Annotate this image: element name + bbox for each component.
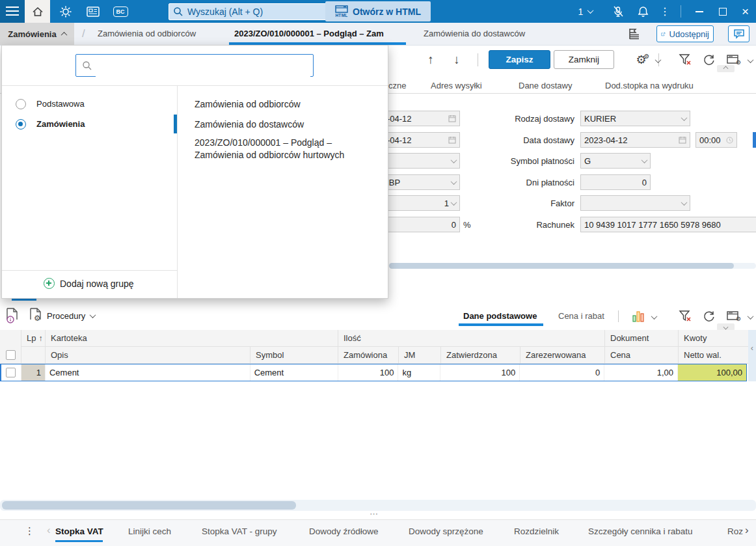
procedures-button[interactable]: ⚙ [29, 307, 43, 324]
layout-dropdown-chevron[interactable] [746, 314, 755, 320]
account-field[interactable]: 10 9439 1017 1777 1650 5978 9680 [580, 217, 756, 232]
microphone-muted-button[interactable] [606, 0, 630, 23]
column-header-kwoty[interactable]: Kwoty [679, 330, 748, 347]
settings-dropdown-chevron[interactable] [653, 57, 662, 64]
document-info-button[interactable] [5, 307, 20, 324]
refresh-button[interactable] [700, 51, 717, 68]
delivery-type-select[interactable]: KURIER [580, 111, 690, 126]
open-in-html-button[interactable]: HTML Otwórz w HTML [325, 1, 431, 21]
menu-item-zamowienia-do-dostawcow[interactable]: Zamówienia do dostawców [195, 118, 378, 131]
grid-tab-cena-i-rabat[interactable]: Cena i rabat [558, 308, 604, 323]
layout-dropdown-chevron[interactable] [746, 57, 755, 64]
column-header-symbol[interactable]: Symbol [250, 347, 338, 364]
hamburger-menu-button[interactable] [0, 0, 25, 23]
settings-button[interactable]: ⚙ ⚙ [634, 51, 652, 68]
maximize-button[interactable] [712, 0, 733, 23]
search-input[interactable] [169, 3, 347, 20]
delivery-time-field[interactable]: 00:00 [695, 132, 737, 148]
chevron-down-icon [747, 313, 753, 320]
move-up-button[interactable]: ↑ [423, 52, 439, 68]
add-group-button[interactable]: Dodaj nową grupę [44, 278, 134, 289]
row-checkbox[interactable] [6, 368, 16, 377]
column-header-ilosc[interactable]: Ilość [338, 330, 605, 347]
notifications-button[interactable] [631, 0, 655, 23]
tab-zamowienia-do-dostawcow[interactable]: Zamówienia do dostawców [424, 23, 525, 44]
minimize-button[interactable] [688, 0, 710, 23]
clear-filter-button[interactable] [677, 51, 694, 68]
form-hscroll-thumb[interactable] [389, 263, 734, 269]
column-header-jm[interactable]: JM [399, 347, 441, 364]
bottom-tab-rozdzielnik[interactable]: Rozdzielnik [514, 520, 559, 542]
chart-dropdown-chevron[interactable] [649, 314, 658, 320]
scroll-tabs-left-button[interactable]: ‹ [47, 524, 51, 537]
payment-symbol-select[interactable]: G [580, 153, 651, 169]
table-row[interactable]: 1 Cement Cement 100 kg 100 0 1,00 100,00 [0, 364, 747, 381]
bottom-tab-stopka-vat-grupy[interactable]: Stopka VAT - grupy [202, 520, 277, 542]
column-header-zamowiona[interactable]: Zamówiona [338, 347, 399, 364]
close-document-button[interactable]: Zamknij [554, 50, 614, 69]
layout-settings-button[interactable]: ⚙ [725, 308, 743, 325]
grid-tab-dane-podstawowe[interactable]: Dane podstawowe [463, 308, 537, 323]
tab-document-preview[interactable]: 2023/ZO/010/000001 – Podgląd – Zam [234, 23, 405, 44]
delivery-date-field[interactable]: 2023-04-12 [580, 132, 690, 148]
row-number-cell: 1 [21, 364, 46, 381]
close-window-button[interactable]: × [735, 0, 756, 23]
news-button[interactable] [81, 0, 105, 23]
form-tab-dane-dostawy[interactable]: Dane dostawy [519, 78, 572, 92]
splitter-handle[interactable]: ⋯ [370, 511, 378, 517]
menu-item-document-preview[interactable]: 2023/ZO/010/000001 – Podgląd – Zamówieni… [195, 137, 378, 161]
tab-count-dropdown[interactable]: 1 [573, 0, 599, 23]
payment-days-label: Dni płatności [496, 178, 574, 187]
refresh-icon [702, 53, 716, 67]
panel-search-input[interactable] [96, 55, 310, 77]
column-header-lp[interactable]: Lp ↑ [21, 330, 46, 347]
column-header-zarezerwowana[interactable]: Zarezerwowana [520, 347, 605, 364]
chart-button[interactable] [630, 308, 647, 324]
comments-button[interactable] [728, 25, 749, 42]
collapse-form-toolbar-handle[interactable] [717, 65, 735, 72]
bottom-tabs-menu-button[interactable]: ⋮ [25, 525, 34, 537]
move-down-button[interactable]: ↓ [449, 52, 465, 68]
bottom-tab-linijki-cech[interactable]: Linijki cech [128, 520, 171, 542]
column-header-dokument[interactable]: Dokument [605, 330, 679, 347]
bottom-tab-dowody-zrodlowe[interactable]: Dowody źródłowe [309, 520, 379, 542]
refresh-button[interactable] [700, 308, 717, 325]
procedures-dropdown[interactable]: Procedury [47, 311, 95, 321]
select-all-checkbox[interactable] [6, 350, 16, 360]
bottom-tab-szczegoly-cennika[interactable]: Szczegóły cennika i rabatu [588, 520, 693, 542]
payment-days-field[interactable]: 0 [580, 174, 651, 190]
menu-item-zamowienia-od-odbiorcow[interactable]: Zamówienia od odbiorców [195, 98, 378, 111]
form-tab-stopka-wydruk[interactable]: Dod.stopka na wydruku [605, 78, 694, 92]
scroll-tabs-right-button[interactable]: › [745, 524, 749, 537]
refresh-icon [702, 310, 716, 323]
column-header-netto[interactable]: Netto wal. [679, 347, 748, 364]
grid-hscroll-thumb[interactable] [2, 501, 296, 510]
group-option-podstawowa[interactable]: Podstawowa [2, 94, 176, 114]
panel-search-box[interactable] [75, 54, 314, 77]
home-button[interactable] [25, 0, 50, 23]
group-option-zamowienia[interactable]: Zamówienia [2, 114, 176, 134]
business-central-button[interactable]: BC [108, 0, 133, 23]
chevron-down-icon [90, 312, 96, 318]
form-tab-adres-wysylki[interactable]: Adres wysyłki [431, 78, 482, 92]
form-tab-partial[interactable]: czne [388, 78, 406, 92]
cell-symbol: Cement [250, 364, 338, 381]
bottom-tab-truncated[interactable]: Roz [727, 520, 744, 542]
column-header-zatwierdzona[interactable]: Zatwierdzona [441, 347, 520, 364]
column-header-cena[interactable]: Cena [605, 347, 679, 364]
column-header-kartoteka[interactable]: Kartoteka [46, 330, 338, 347]
assistant-button[interactable] [53, 0, 78, 23]
factor-select[interactable] [580, 195, 690, 211]
tab-zamowienia-od-odbiorcow[interactable]: Zamówienia od odbiorców [98, 23, 196, 44]
share-button[interactable]: Udostępnij [656, 25, 714, 42]
chevron-left-icon: ‹ [751, 343, 753, 353]
document-list-button[interactable] [627, 27, 642, 41]
side-panel-collapse-strip[interactable]: ‹ [748, 330, 756, 381]
more-options-button[interactable]: ⋮ [656, 0, 674, 23]
clear-filter-button[interactable] [677, 308, 694, 325]
bottom-tab-stopka-vat[interactable]: Stopka VAT [55, 520, 103, 542]
bottom-tab-dowody-sprzezone[interactable]: Dowody sprzężone [409, 520, 483, 542]
module-menu-button[interactable]: Zamówienia [0, 23, 74, 45]
column-header-opis[interactable]: Opis [46, 347, 250, 364]
save-button[interactable]: Zapisz [489, 50, 550, 69]
